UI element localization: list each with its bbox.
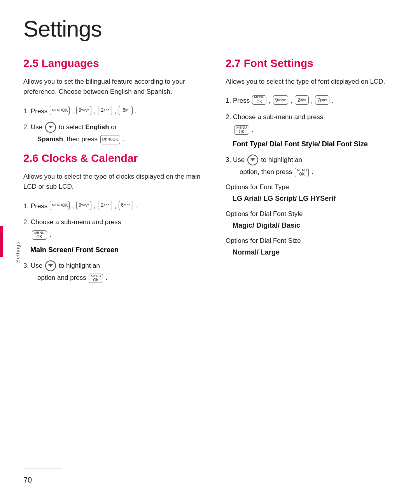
options-dial-font-style-value: Magic/ Digital/ Basic [233,220,404,231]
font-comma1: , [269,95,271,106]
col-left: 2.5 Languages Allows you to set the bili… [23,57,202,289]
section-languages-heading: 2.5 Languages [23,57,202,70]
clocks-step1-key3: 2abc [98,201,112,210]
clocks-comma1: , [72,201,74,211]
font-step1-key1: MENUOK [252,95,266,105]
clocks-step3-cont: option and press MENUOK . [37,274,202,283]
options-dial-font-size-label: Options for Dial Font Size [226,237,404,245]
font-sub-options-header-text: Font Type/ Dial Font Style/ Dial Font Si… [233,140,368,148]
clocks-step2-text: 2. Choose a sub-menu and press [23,217,121,227]
clocks-comma2: , [94,201,96,211]
page-number: 70 [23,476,32,485]
languages-step1-key2: 9wxyz [76,106,91,115]
clocks-step1-key1: MENUOK [50,201,70,210]
clocks-sub-options: Main Screen/ Front Screen [30,246,202,254]
clocks-sub-options-text: Main Screen/ Front Screen [30,246,119,254]
clocks-step1: 1. Press MENUOK , 9wxyz , 2abc , 6mno . [23,201,202,211]
languages-step2-prefix: 2. Use [23,122,42,132]
clocks-step1-key2: 9wxyz [76,201,91,210]
sidebar-label: Settings [15,241,21,263]
page-wrapper: Settings Settings 2.5 Languages Allows y… [0,0,420,504]
font-step1-prefix: 1. Press [226,95,250,106]
font-step2-text: 2. Choose a sub-menu and press [226,112,323,122]
languages-step1-key1: MENUOK [50,106,70,115]
font-step2-period: . [252,126,253,133]
font-step3-middle: to highlight an [261,155,302,165]
font-period1: . [332,95,334,106]
languages-step2-cont: Spanish, then press MENUOK . [37,135,202,144]
comma1: , [72,106,74,116]
font-step2: 2. Choose a sub-menu and press [226,112,404,122]
clocks-step3-key: MENUOK [89,274,103,283]
clocks-step2-key-wrapper: MENUOK . [31,230,202,240]
period1: . [135,106,137,116]
font-step1-key2: 9wxyz [273,95,288,105]
options-font-type-label: Options for Font Type [226,183,404,191]
font-comma2: , [290,95,292,106]
clocks-step2-period: . [49,231,51,238]
font-step1-key3: 2abc [295,95,309,105]
section-languages-body: Allows you to set the bilingual feature … [23,77,202,97]
page-title: Settings [23,16,404,42]
clocks-step2-key: MENUOK [32,230,47,240]
font-step2-key: MENUOK [234,125,249,135]
nav-icon-1 [45,122,56,133]
languages-step1-key3: 2abc [98,106,112,115]
options-dial-font-style-label: Options for Dial Font Style [226,210,404,218]
languages-step2-middle: to select English or [59,122,117,132]
clocks-step3: 3. Use to highlight an [23,260,202,271]
clocks-step1-key4: 6mno [119,201,133,210]
font-step3-key: MENUOK [295,168,309,177]
bottom-divider [23,469,62,469]
options-font-type-value: LG Arial/ LG Script/ LG HYSerif [233,193,404,204]
col-right: 2.7 Font Settings Allows you to select t… [226,57,404,264]
languages-step2-key: MENUOK [100,135,120,144]
languages-step2: 2. Use to select English or [23,122,202,133]
clocks-step1-prefix: 1. Press [23,201,47,211]
font-step3-cont: option, then press MENUOK . [240,168,404,177]
content-area: Settings 2.5 Languages Allows you to set… [23,16,404,289]
sidebar-bar [0,226,3,257]
nav-icon-2 [45,260,56,271]
section-font-body: Allows you to select the type of font di… [226,77,404,87]
languages-step1: 1. Press MENUOK , 9wxyz , 2abc , 5jkl . [23,106,202,116]
options-dial-font-size-value: Normal/ Large [233,247,404,258]
section-clocks-body: Allows you to select the type of clocks … [23,172,202,192]
font-sub-options-header: Font Type/ Dial Font Style/ Dial Font Si… [233,140,404,148]
nav-icon-3 [247,155,258,165]
languages-step1-prefix: 1. Press [23,106,47,116]
font-comma3: , [311,95,313,106]
font-step1: 1. Press MENUOK , 9wxyz , 2abc , 7pqrs . [226,95,404,106]
clocks-comma3: , [114,201,116,211]
comma2: , [94,106,96,116]
clocks-step3-prefix: 3. Use [23,260,42,271]
font-step2-key-wrapper: MENUOK . [233,125,404,135]
clocks-step2: 2. Choose a sub-menu and press [23,217,202,227]
section-clocks-heading: 2.6 Clocks & Calendar [23,152,202,165]
languages-step1-key4: 5jkl [119,106,133,115]
section-font-heading: 2.7 Font Settings [226,57,404,70]
comma3: , [114,106,116,116]
font-step3-prefix: 3. Use [226,155,245,165]
font-step1-key4: 7pqrs [315,95,329,105]
two-col-layout: 2.5 Languages Allows you to set the bili… [23,57,404,289]
font-step3: 3. Use to highlight an [226,155,404,165]
clocks-step3-middle: to highlight an [59,260,100,271]
clocks-period1: . [135,201,137,211]
